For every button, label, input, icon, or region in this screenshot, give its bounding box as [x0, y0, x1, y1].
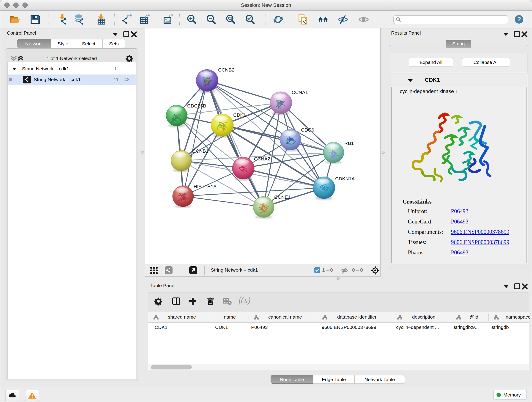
- svg-text:CDKN1A: CDKN1A: [335, 176, 355, 181]
- svg-text:HIST1H1A: HIST1H1A: [194, 184, 216, 189]
- svg-text:CCNA1: CCNA1: [292, 89, 308, 95]
- svg-text:RB1: RB1: [344, 140, 354, 146]
- svg-text:CCNA2: CCNA2: [254, 156, 270, 161]
- svg-text:CCNB2: CCNB2: [218, 67, 234, 72]
- svg-text:CDC6: CDC6: [301, 127, 314, 133]
- svg-text:CDK1: CDK1: [233, 112, 246, 118]
- svg-text:CCNE1: CCNE1: [274, 194, 291, 200]
- svg-text:CCNB1: CCNB1: [192, 148, 209, 153]
- svg-text:CDC25B: CDC25B: [187, 103, 206, 108]
